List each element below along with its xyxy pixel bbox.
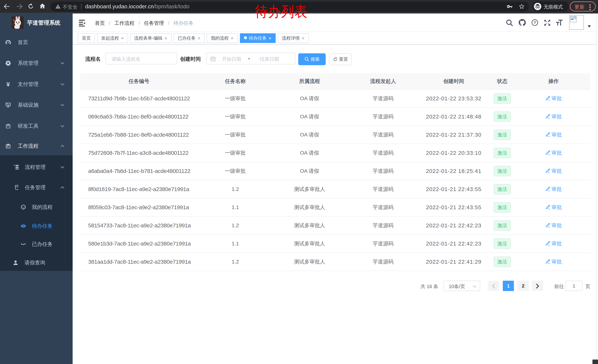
svg-text:?: ? [534, 20, 536, 25]
